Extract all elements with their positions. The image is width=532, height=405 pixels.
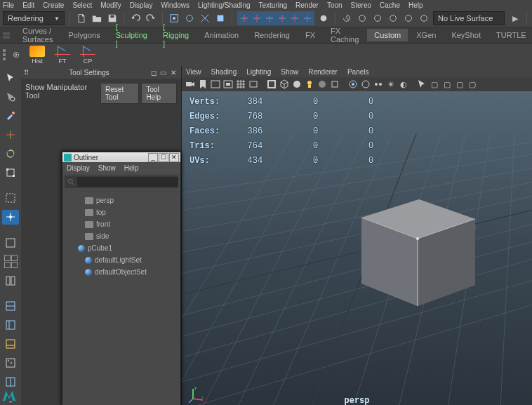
menu-texturing[interactable]: Texturing [259,1,288,9]
layout-dope-icon[interactable] [2,356,19,371]
dock-icon[interactable]: ◻ [149,67,159,77]
vp-exposure-icon[interactable]: ☀ [385,79,397,90]
vp-image-plane-icon[interactable] [210,79,221,90]
layout-two-v-icon[interactable] [2,273,19,288]
minimize-icon[interactable]: _ [148,153,158,162]
vp-menu-view[interactable]: View [186,68,201,76]
sel-mask-icon[interactable] [199,12,211,25]
shelf-item-ft[interactable]: FT [52,46,73,65]
drag-dots-icon[interactable]: ⠿ [24,69,29,77]
snap-point-icon[interactable] [263,12,276,25]
menu-help[interactable]: Help [408,1,423,9]
shelf-tab-animation[interactable]: Animation [197,29,246,41]
vp-menu-shading[interactable]: Shading [211,68,237,76]
snap-grid-icon[interactable] [238,12,251,25]
close-icon[interactable]: ✕ [168,67,178,77]
menu-render[interactable]: Render [295,1,319,9]
paint-select-tool-icon[interactable] [2,108,19,123]
outliner-item-objectset[interactable]: defaultObjectSet [65,266,178,278]
history-icon[interactable] [340,12,353,25]
module-dropdown[interactable]: Rendering ▼ [3,11,65,25]
layout-single-icon[interactable] [2,235,19,250]
menu-edit[interactable]: Edit [22,1,34,9]
vp-xray-joints-icon[interactable] [373,79,384,90]
shelf-tab-polygons[interactable]: Polygons [61,29,107,41]
outliner-titlebar[interactable]: Outliner _ ☐ ✕ [62,152,180,162]
menu-cache[interactable]: Cache [380,1,400,9]
overflow-icon[interactable]: ▶ [509,12,521,25]
vp-wireframe-icon[interactable] [279,79,290,90]
vp-bookmark-icon[interactable] [197,79,208,90]
shelf-tab-keyshot[interactable]: KeyShot [444,29,488,41]
lasso-tool-icon[interactable] [2,89,19,104]
history-icon[interactable] [387,12,399,25]
outliner-item-persp[interactable]: persp [65,194,178,206]
layout-graph-icon[interactable] [2,337,19,352]
vp-menu-lighting[interactable]: Lighting [246,68,271,76]
outliner-menu-display[interactable]: Display [67,164,90,172]
outliner-menu-show[interactable]: Show [98,164,116,172]
menu-file[interactable]: File [3,1,14,9]
vp-grid-icon[interactable] [235,79,246,90]
vp-menu-show[interactable]: Show [281,68,298,76]
vp-hq-icon[interactable] [347,79,359,90]
close-icon[interactable]: ✕ [169,153,179,162]
tool-help-button[interactable]: Tool Help [141,83,177,104]
shelf-tab-sculpting[interactable]: [ Sculpting ] [109,20,154,50]
history-icon[interactable] [371,12,384,25]
menu-stereo[interactable]: Stereo [351,1,371,9]
live-surface-field[interactable]: No Live Surface [433,11,505,25]
snap-view-icon[interactable] [301,12,314,25]
vp-smooth-shade-icon[interactable] [291,79,302,90]
history-icon[interactable] [418,12,430,25]
vp-gate-mask-icon[interactable] [266,79,277,90]
outliner-item-top[interactable]: top [65,206,178,218]
vp-menu-panels[interactable]: Panels [347,68,369,76]
vp-lights-icon[interactable] [304,79,315,90]
outliner-item-front[interactable]: front [65,218,178,230]
vp-isolate-icon[interactable] [329,79,340,90]
vp-2d-pan-icon[interactable] [222,79,234,90]
menu-select[interactable]: Select [72,1,92,9]
history-icon[interactable] [356,12,368,25]
marquee-tool-icon[interactable] [2,191,19,206]
rotate-tool-icon[interactable] [2,146,19,161]
shelf-item-hist[interactable]: Hist [27,46,48,65]
outliner-menu-help[interactable]: Help [124,164,139,172]
open-scene-icon[interactable] [91,12,103,25]
menu-windows[interactable]: Windows [161,1,189,9]
shelf-switch-icon[interactable] [1,31,14,40]
reset-tool-button[interactable]: Reset Tool [100,83,139,104]
outliner-item-lightset[interactable]: defaultLightSet [65,254,178,266]
vp-xray-icon[interactable] [360,79,371,90]
vp-prev-icon[interactable] [416,79,427,90]
outliner-window[interactable]: Outliner _ ☐ ✕ Display Show Help persp t… [62,152,181,405]
new-scene-icon[interactable] [75,12,88,25]
vp-panel3-icon[interactable]: ▢ [467,79,478,90]
shelf-tab-custom[interactable]: Custom [367,29,408,41]
toggle-icon[interactable] [317,12,330,25]
layout-outliner-icon[interactable] [2,318,19,333]
menu-display[interactable]: Display [130,1,153,9]
vp-select-camera-icon[interactable] [185,79,196,90]
outliner-item-pcube1[interactable]: pCube1 [65,242,178,254]
shelf-tab-rendering[interactable]: Rendering [247,29,297,41]
menu-toon[interactable]: Toon [327,1,343,9]
outliner-item-side[interactable]: side [65,230,178,242]
menu-lighting[interactable]: Lighting/Shading [198,1,251,9]
vp-panel2-icon[interactable]: ▢ [454,79,465,90]
shelf-tab-xgen[interactable]: XGen [409,29,443,41]
show-manipulator-tool-icon[interactable] [2,210,19,225]
layout-four-icon[interactable] [2,254,19,269]
shelf-tab-fx[interactable]: FX [298,29,322,41]
snap-curve-icon[interactable] [251,12,263,25]
layout-persp-icon[interactable] [2,299,19,314]
scale-tool-icon[interactable] [2,165,19,180]
maximize-icon[interactable]: ☐ [159,153,168,162]
search-icon[interactable] [65,175,77,188]
snap-live-icon[interactable] [288,12,301,25]
snap-plane-icon[interactable] [276,12,288,25]
viewport-3d[interactable]: Verts:38400 Edges:76800 Faces:38600 Tris… [182,91,532,405]
shelf-tab-turtle[interactable]: TURTLE [489,29,532,41]
shelf-gear-icon[interactable] [10,48,22,61]
